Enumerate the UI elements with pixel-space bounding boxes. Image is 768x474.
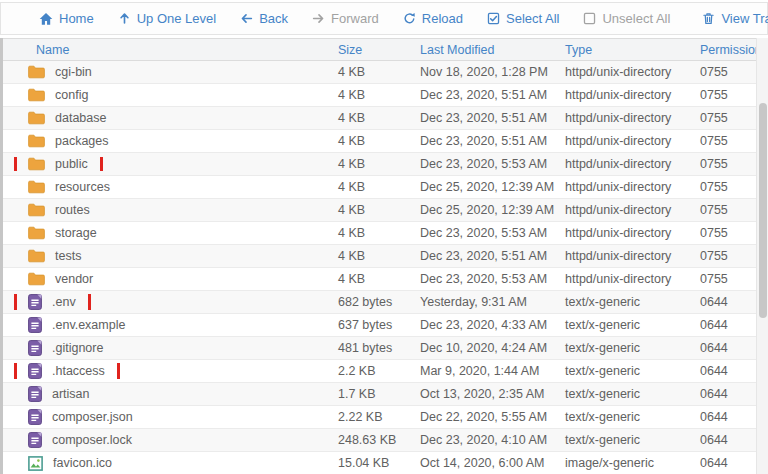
folder-icon (28, 111, 45, 125)
file-permissions: 0755 (700, 272, 756, 286)
file-list: cgi-bin4 KBNov 18, 2020, 1:28 PMhttpd/un… (0, 61, 756, 474)
file-type: text/x-generic (565, 318, 700, 332)
file-permissions: 0755 (700, 180, 756, 194)
file-modified: Dec 23, 2020, 5:51 AM (420, 88, 565, 102)
name-group: packages (28, 134, 109, 148)
table-row[interactable]: composer.lock248.63 KBDec 23, 2020, 4:10… (0, 429, 756, 452)
file-icon (28, 409, 42, 425)
table-row[interactable]: .htaccess2.2 KBMar 9, 2020, 1:44 AMtext/… (0, 360, 756, 383)
file-name-cell: storage (0, 226, 338, 240)
table-row[interactable]: packages4 KBDec 23, 2020, 5:51 AMhttpd/u… (0, 130, 756, 153)
file-name: composer.json (52, 410, 133, 424)
toolbar-button-forward[interactable]: Forward (300, 3, 391, 34)
file-modified: Dec 23, 2020, 5:51 AM (420, 249, 565, 263)
file-size: 4 KB (338, 272, 420, 286)
folder-icon (28, 203, 45, 217)
vertical-scrollbar[interactable] (756, 38, 768, 474)
toolbar-button-back[interactable]: Back (228, 3, 300, 34)
file-modified: Dec 25, 2020, 12:39 AM (420, 203, 565, 217)
toolbar-button-select-all[interactable]: Select All (475, 3, 571, 34)
table-row[interactable]: cgi-bin4 KBNov 18, 2020, 1:28 PMhttpd/un… (0, 61, 756, 84)
folder-icon (28, 88, 45, 102)
file-type: image/x-generic (565, 456, 700, 470)
table-row[interactable]: artisan1.7 KBOct 13, 2020, 2:35 AMtext/x… (0, 383, 756, 406)
name-group: favicon.ico (28, 456, 112, 471)
file-name: vendor (55, 272, 93, 286)
file-permissions: 0755 (700, 134, 756, 148)
file-size: 248.63 KB (338, 433, 420, 447)
table-row[interactable]: database4 KBDec 23, 2020, 5:51 AMhttpd/u… (0, 107, 756, 130)
file-permissions: 0644 (700, 387, 756, 401)
table-row[interactable]: resources4 KBDec 25, 2020, 12:39 AMhttpd… (0, 176, 756, 199)
name-group: database (28, 111, 106, 125)
file-permissions: 0755 (700, 111, 756, 125)
file-name-cell: .htaccess (0, 363, 338, 379)
file-permissions: 0755 (700, 65, 756, 79)
folder-icon (28, 157, 45, 171)
file-name: config (55, 88, 88, 102)
file-size: 4 KB (338, 249, 420, 263)
trash-icon (702, 12, 715, 25)
table-row[interactable]: .env682 bytesYesterday, 9:31 AMtext/x-ge… (0, 291, 756, 314)
file-type: httpd/unix-directory (565, 65, 700, 79)
file-name-cell: database (0, 111, 338, 125)
toolbar-button-reload[interactable]: Reload (391, 3, 475, 34)
file-size: 4 KB (338, 88, 420, 102)
name-group: .gitignore (28, 340, 103, 356)
table-row[interactable]: config4 KBDec 23, 2020, 5:51 AMhttpd/uni… (0, 84, 756, 107)
file-name-cell: tests (0, 249, 338, 263)
file-size: 4 KB (338, 226, 420, 240)
file-permissions: 0644 (700, 433, 756, 447)
file-name-cell: cgi-bin (0, 65, 338, 79)
file-size: 637 bytes (338, 318, 420, 332)
scrollbar-thumb[interactable] (759, 103, 767, 318)
file-modified: Nov 18, 2020, 1:28 PM (420, 65, 565, 79)
file-name-cell: favicon.ico (0, 456, 338, 471)
toolbar-button-label: Reload (422, 11, 463, 26)
file-permissions: 0755 (700, 249, 756, 263)
name-group: artisan (28, 386, 90, 402)
file-modified: Oct 14, 2020, 6:00 AM (420, 456, 565, 470)
table-row[interactable]: storage4 KBDec 23, 2020, 5:53 AMhttpd/un… (0, 222, 756, 245)
name-group: composer.lock (28, 432, 132, 448)
column-header-size[interactable]: Size (338, 43, 420, 57)
file-permissions: 0755 (700, 88, 756, 102)
toolbar-button-view-trash[interactable]: View Trash (690, 3, 768, 34)
name-group: .env.example (28, 317, 125, 333)
left-arrow-icon (240, 12, 253, 25)
file-modified: Dec 22, 2020, 5:55 AM (420, 410, 565, 424)
reload-icon (403, 12, 416, 25)
file-icon (28, 363, 42, 379)
toolbar-button-home[interactable]: Home (27, 3, 106, 34)
folder-icon (28, 226, 45, 240)
file-name-cell: artisan (0, 386, 338, 402)
column-header-type[interactable]: Type (565, 43, 700, 57)
toolbar-button-label: Select All (506, 11, 559, 26)
column-header-last-modified[interactable]: Last Modified (420, 43, 565, 57)
file-type: text/x-generic (565, 295, 700, 309)
table-row[interactable]: public4 KBDec 23, 2020, 5:53 AMhttpd/uni… (0, 153, 756, 176)
file-modified: Oct 13, 2020, 2:35 AM (420, 387, 565, 401)
file-name: tests (55, 249, 81, 263)
table-row[interactable]: .gitignore481 bytesDec 10, 2020, 4:24 AM… (0, 337, 756, 360)
column-header-name[interactable]: Name (0, 43, 338, 57)
name-group: tests (28, 249, 81, 263)
table-row[interactable]: vendor4 KBDec 23, 2020, 5:53 AMhttpd/uni… (0, 268, 756, 291)
name-group: storage (28, 226, 97, 240)
table-row[interactable]: .env.example637 bytesDec 23, 2020, 4:33 … (0, 314, 756, 337)
toolbar-button-up-one-level[interactable]: Up One Level (106, 3, 229, 34)
file-name: packages (55, 134, 109, 148)
file-icon (28, 294, 42, 310)
toolbar-button-label: Forward (331, 11, 379, 26)
file-modified: Dec 23, 2020, 5:53 AM (420, 272, 565, 286)
file-type: httpd/unix-directory (565, 272, 700, 286)
file-permissions: 0644 (700, 318, 756, 332)
file-size: 4 KB (338, 157, 420, 171)
file-name-cell: routes (0, 203, 338, 217)
table-row[interactable]: routes4 KBDec 25, 2020, 12:39 AMhttpd/un… (0, 199, 756, 222)
table-row[interactable]: composer.json2.22 KBDec 22, 2020, 5:55 A… (0, 406, 756, 429)
table-row[interactable]: favicon.ico15.04 KBOct 14, 2020, 6:00 AM… (0, 452, 756, 474)
file-modified: Dec 23, 2020, 4:10 AM (420, 433, 565, 447)
table-row[interactable]: tests4 KBDec 23, 2020, 5:51 AMhttpd/unix… (0, 245, 756, 268)
toolbar-button-unselect-all[interactable]: Unselect All (571, 3, 682, 34)
